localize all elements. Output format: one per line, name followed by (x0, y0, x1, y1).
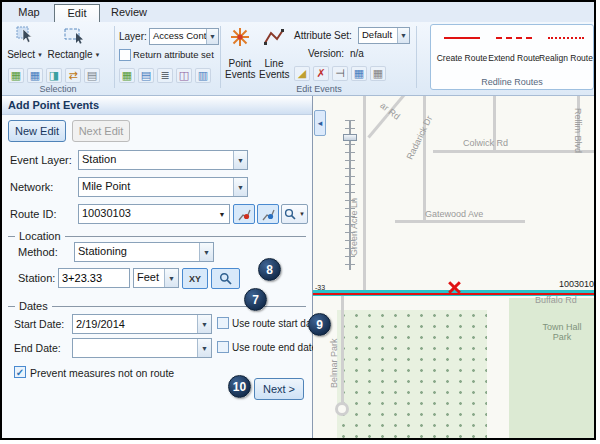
divider (52, 306, 306, 307)
half-shade-icon[interactable]: ◨ (46, 68, 62, 83)
dates-group-label: Dates (19, 300, 48, 312)
network-select[interactable]: Mile Point ▼ (78, 177, 248, 197)
create-route-label: Create Route (437, 53, 488, 63)
event-location-x-marker (447, 280, 462, 295)
start-date-input[interactable] (73, 315, 197, 333)
layer-label: Layer: (119, 31, 147, 42)
rectangle-tool-button[interactable]: Rectangle▼ (46, 25, 102, 60)
delete-x-icon[interactable]: ✗ (313, 66, 329, 81)
map-canvas[interactable]: -33 ar Rd Colwick Rd Rellim Blvd Radaric… (313, 96, 596, 440)
location-group-label: Location (19, 230, 61, 242)
rectangle-select-icon (64, 25, 84, 47)
table-blue-icon[interactable]: ▦ (27, 68, 43, 83)
new-edit-button[interactable]: New Edit (8, 120, 66, 142)
application-window: Map Edit Review Select▼ Rectangle▼ ▦ ▦ ◨… (0, 0, 596, 440)
location-group-header: Location (8, 230, 306, 242)
event-layer-label: Event Layer: (10, 154, 72, 166)
end-date-input-combo[interactable]: ▼ (72, 338, 212, 358)
park-label: Town Hall Park (531, 322, 593, 342)
road (433, 150, 596, 153)
chevron-down-icon: ▼ (199, 243, 213, 261)
select-tool-button[interactable]: Select▼ (7, 25, 43, 60)
point-events-button[interactable]: Point Events (224, 26, 256, 80)
chevron-down-icon: ▼ (206, 29, 218, 44)
zoom-slider-ticks (345, 120, 355, 270)
use-route-end-date-label: Use route end date (232, 342, 317, 353)
create-route-button[interactable]: Create Route (437, 29, 487, 63)
event-layer-select[interactable]: Station ▼ (78, 150, 248, 170)
realign-route-button[interactable]: Realign Route (541, 29, 591, 63)
version-label: Version: (308, 48, 344, 59)
station-tick-label: -33 (315, 284, 325, 291)
start-date-input-combo[interactable]: ▼ (72, 314, 212, 334)
edit-events-group-label: Edit Events (224, 84, 414, 94)
tab-review[interactable]: Review (102, 4, 156, 22)
split-view-icon[interactable]: ◫ (176, 68, 192, 83)
return-attribute-set-checkbox[interactable] (119, 49, 131, 61)
line-events-button[interactable]: Line Events (258, 26, 290, 80)
xy-coordinates-button[interactable]: XY (182, 268, 208, 289)
cul-de-sac (335, 402, 349, 416)
divider (8, 306, 15, 307)
swap-arrows-icon[interactable]: ⇄ (65, 68, 81, 83)
network-label: Network: (10, 181, 53, 193)
tab-edit[interactable]: Edit (54, 4, 100, 22)
red-dashed-line-icon (496, 37, 532, 39)
layers-icon[interactable]: ≣ (157, 68, 173, 83)
prevent-measures-label: Prevent measures not on route (30, 367, 174, 379)
wooded-area (337, 310, 487, 440)
street-label: Belmar Park (329, 338, 339, 388)
divider (65, 236, 306, 237)
chevron-down-icon: ▼ (164, 269, 178, 287)
street-label: Colwick Rd (463, 138, 508, 148)
route-id-combo[interactable]: 10030103 ▼ (78, 204, 230, 224)
selection-mini-toolbar: ▦ ▦ ◨ ⇄ ▤ (8, 68, 100, 83)
red-solid-line-icon (444, 37, 480, 39)
use-route-start-date-checkbox[interactable] (217, 317, 229, 329)
extend-route-label: Extend Route (488, 53, 540, 63)
search-icon (284, 208, 296, 220)
route-search-dropdown-button[interactable]: ▼ (281, 204, 308, 224)
layer-select-value: Access Control (150, 29, 206, 44)
point-events-icon (229, 26, 251, 50)
next-button[interactable]: Next > (254, 378, 304, 400)
rows-icon[interactable]: ▤ (84, 68, 100, 83)
attribute-table-icon[interactable]: ▦ (351, 66, 367, 81)
magnifier-icon (219, 272, 232, 285)
zoom-to-station-button[interactable] (211, 268, 240, 289)
table-green-icon[interactable]: ▦ (119, 68, 135, 83)
use-route-end-date-checkbox[interactable] (217, 341, 229, 353)
station-input[interactable] (58, 268, 130, 288)
end-date-input[interactable] (73, 339, 197, 357)
extend-route-button[interactable]: Extend Route (489, 29, 539, 63)
method-label: Method: (18, 246, 58, 258)
start-date-label: Start Date: (14, 318, 64, 330)
layer-select[interactable]: Access Control ▼ (149, 28, 219, 45)
rows-blue-icon[interactable]: ▤ (138, 68, 154, 83)
redline-routes-group: Create Route Extend Route Realign Route … (430, 24, 594, 90)
pencil-icon[interactable]: ◢ (294, 66, 310, 81)
table-green-icon[interactable]: ▦ (8, 68, 24, 83)
end-date-label: End Date: (14, 342, 61, 354)
select-route-point-button[interactable] (257, 204, 279, 224)
snap-icon[interactable]: ⊣ (332, 66, 348, 81)
next-edit-button[interactable]: Next Edit (72, 120, 130, 142)
prevent-measures-checkbox[interactable] (14, 366, 26, 378)
chevron-down-icon: ▼ (233, 178, 247, 196)
chevron-down-icon: ▼ (233, 151, 247, 169)
tab-map[interactable]: Map (6, 4, 52, 22)
method-select[interactable]: Stationing ▼ (74, 242, 214, 262)
select-cursor-icon (15, 25, 35, 47)
zoom-slider-thumb[interactable] (343, 134, 357, 141)
station-units-select[interactable]: Feet ▼ (133, 268, 179, 288)
table-menu-icon[interactable]: ▦ (370, 66, 386, 81)
rectangle-tool-label: Rectangle (48, 49, 93, 60)
station-label: Station: (18, 272, 55, 284)
attribute-set-select[interactable]: Default ▼ (358, 27, 410, 44)
grid-icon[interactable]: ▥ (195, 68, 211, 83)
chevron-down-icon: ▼ (197, 315, 211, 333)
select-route-on-map-button[interactable] (233, 204, 255, 224)
divider (8, 236, 15, 237)
zoom-slider[interactable] (343, 120, 357, 270)
collapse-panel-button[interactable]: ◂ (314, 110, 326, 136)
